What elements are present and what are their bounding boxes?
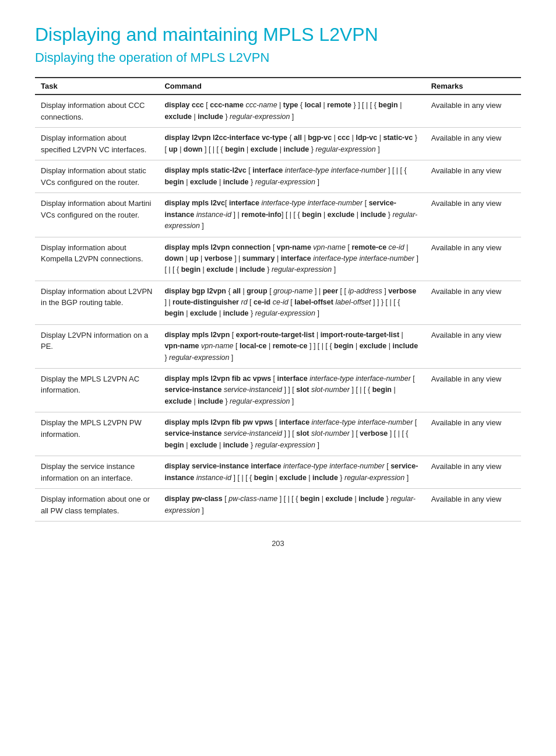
table-row: Display L2VPN information on a PE.displa… <box>35 324 521 368</box>
remarks-cell: Available in any view <box>425 324 521 368</box>
remarks-cell: Available in any view <box>425 128 521 160</box>
task-cell: Display the MPLS L2VPN AC information. <box>35 368 159 412</box>
table-row: Display the service instance information… <box>35 456 521 489</box>
task-cell: Display information about Martini VCs co… <box>35 193 159 237</box>
table-row: Display the MPLS L2VPN AC information.di… <box>35 368 521 412</box>
col-remarks: Remarks <box>425 78 521 94</box>
task-cell: Display L2VPN information on a PE. <box>35 324 159 368</box>
command-cell: display pw-class [ pw-class-name ] [ | [… <box>159 489 425 522</box>
task-cell: Display information about specified L2VP… <box>35 128 159 160</box>
task-cell: Display information about Kompella L2VPN… <box>35 237 159 281</box>
remarks-cell: Available in any view <box>425 368 521 412</box>
table-row: Display information about L2VPN in the B… <box>35 281 521 324</box>
command-cell: display mpls static-l2vc [ interface int… <box>159 160 425 193</box>
command-cell: display mpls l2vpn fib pw vpws [ interfa… <box>159 412 425 456</box>
page-title: Displaying and maintaining MPLS L2VPN <box>35 23 521 46</box>
table-row: Display information about Martini VCs co… <box>35 193 521 237</box>
command-cell: display mpls l2vc[ interface interface-t… <box>159 193 425 237</box>
task-cell: Display the service instance information… <box>35 456 159 489</box>
remarks-cell: Available in any view <box>425 193 521 237</box>
remarks-cell: Available in any view <box>425 489 521 522</box>
col-command: Command <box>159 78 425 94</box>
remarks-cell: Available in any view <box>425 94 521 128</box>
table-row: Display information about one or all PW … <box>35 489 521 522</box>
command-cell: display l2vpn l2cc-interface vc-type { a… <box>159 128 425 160</box>
table-row: Display information about CCC connection… <box>35 94 521 128</box>
table-row: Display the MPLS L2VPN PW information.di… <box>35 412 521 456</box>
command-cell: display mpls l2vpn connection [ vpn-name… <box>159 237 425 281</box>
task-cell: Display information about one or all PW … <box>35 489 159 522</box>
page-number: 203 <box>35 539 521 548</box>
remarks-cell: Available in any view <box>425 412 521 456</box>
command-cell: display service-instance interface inter… <box>159 456 425 489</box>
main-table: Task Command Remarks Display information… <box>35 77 521 522</box>
table-header-row: Task Command Remarks <box>35 78 521 94</box>
task-cell: Display the MPLS L2VPN PW information. <box>35 412 159 456</box>
remarks-cell: Available in any view <box>425 237 521 281</box>
remarks-cell: Available in any view <box>425 281 521 324</box>
command-cell: display mpls l2vpn fib ac vpws [ interfa… <box>159 368 425 412</box>
task-cell: Display information about CCC connection… <box>35 94 159 128</box>
command-cell: display mpls l2vpn [ export-route-target… <box>159 324 425 368</box>
remarks-cell: Available in any view <box>425 456 521 489</box>
table-row: Display information about Kompella L2VPN… <box>35 237 521 281</box>
table-row: Display information about static VCs con… <box>35 160 521 193</box>
page-subtitle: Displaying the operation of MPLS L2VPN <box>35 50 521 65</box>
col-task: Task <box>35 78 159 94</box>
task-cell: Display information about static VCs con… <box>35 160 159 193</box>
remarks-cell: Available in any view <box>425 160 521 193</box>
command-cell: display bgp l2vpn { all | group [ group-… <box>159 281 425 324</box>
task-cell: Display information about L2VPN in the B… <box>35 281 159 324</box>
table-row: Display information about specified L2VP… <box>35 128 521 160</box>
command-cell: display ccc [ ccc-name ccc-name | type {… <box>159 94 425 128</box>
